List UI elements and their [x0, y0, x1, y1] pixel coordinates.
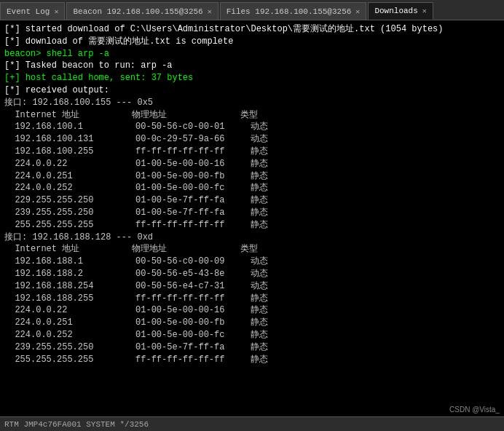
- console-line: 192.168.188.1 00-50-56-c0-00-09 动态: [4, 256, 500, 268]
- console-line: 192.168.100.255 ff-ff-ff-ff-ff-ff 静态: [4, 146, 500, 158]
- tab-bar: Event Log ✕ Beacon 192.168.100.155@3256 …: [0, 0, 504, 20]
- tab-downloads[interactable]: Downloads ✕: [368, 2, 433, 20]
- console-line: 192.168.188.254 00-50-56-e4-c7-31 动态: [4, 280, 500, 293]
- console-line: beacon> shell arp -a: [4, 48, 500, 60]
- watermark: CSDN @Vista_: [449, 406, 500, 414]
- console-line: Internet 地址 物理地址 类型: [4, 243, 500, 256]
- console-line: 224.0.0.22 01-00-5e-00-00-16 静态: [4, 304, 500, 317]
- console-line: 255.255.255.255 ff-ff-ff-ff-ff-ff 静态: [4, 219, 500, 232]
- console-line: 192.168.100.1 00-50-56-c0-00-01 动态: [4, 121, 500, 133]
- tab-beacon-label: Beacon 192.168.100.155@3256: [73, 7, 202, 16]
- console-line: [+] host called home, sent: 37 bytes: [4, 72, 500, 84]
- status-bar: RTM JMP4c76FA001 SYSTEM */3256: [0, 416, 504, 431]
- tab-files-close[interactable]: ✕: [355, 7, 360, 16]
- console-line: [*] received output:: [4, 84, 500, 97]
- console-line: 192.168.100.131 00-0c-29-57-9a-66 动态: [4, 133, 500, 146]
- console-line: 接口: 192.168.100.155 --- 0x5: [4, 97, 500, 109]
- tab-files-label: Files 192.168.100.155@3256: [227, 7, 352, 16]
- tab-event-log-label: Event Log: [7, 7, 50, 16]
- console-output: [*] started download of C:\Users\Adminis…: [0, 20, 504, 416]
- console-line: 239.255.255.250 01-00-5e-7f-ff-fa 静态: [4, 341, 500, 354]
- console-line: 255.255.255.255 ff-ff-ff-ff-ff-ff 静态: [4, 354, 500, 366]
- console-line: [*] Tasked beacon to run: arp -a: [4, 60, 500, 72]
- console-line: 239.255.255.250 01-00-5e-7f-ff-fa 静态: [4, 207, 500, 219]
- tab-beacon-close[interactable]: ✕: [208, 7, 212, 16]
- status-text: RTM JMP4c76FA001 SYSTEM */3256: [4, 420, 149, 429]
- console-line: 192.168.188.255 ff-ff-ff-ff-ff-ff 静态: [4, 293, 500, 305]
- tab-downloads-label: Downloads: [374, 7, 417, 15]
- console-line: 224.0.0.252 01-00-5e-00-00-fc 静态: [4, 329, 500, 341]
- console-line: 接口: 192.168.188.128 --- 0xd: [4, 232, 500, 244]
- console-line: 229.255.255.250 01-00-5e-7f-ff-fa 静态: [4, 194, 500, 207]
- console-line: 192.168.188.2 00-50-56-e5-43-8e 动态: [4, 268, 500, 280]
- console-line: 224.0.0.252 01-00-5e-00-00-fc 静态: [4, 182, 500, 194]
- tab-files[interactable]: Files 192.168.100.155@3256 ✕: [220, 2, 367, 20]
- console-line: [*] download of 需要测试的地址.txt is complete: [4, 36, 500, 48]
- tab-beacon[interactable]: Beacon 192.168.100.155@3256 ✕: [66, 2, 218, 20]
- console-line: 224.0.0.251 01-00-5e-00-00-fb 静态: [4, 317, 500, 329]
- console-line: 224.0.0.22 01-00-5e-00-00-16 静态: [4, 158, 500, 170]
- tab-event-log[interactable]: Event Log ✕: [0, 2, 65, 20]
- console-line: Internet 地址 物理地址 类型: [4, 109, 500, 122]
- console-line: [*] started download of C:\Users\Adminis…: [4, 23, 500, 36]
- tab-downloads-close[interactable]: ✕: [422, 7, 427, 15]
- tab-event-log-close[interactable]: ✕: [54, 7, 58, 16]
- console-line: 224.0.0.251 01-00-5e-00-00-fb 静态: [4, 170, 500, 183]
